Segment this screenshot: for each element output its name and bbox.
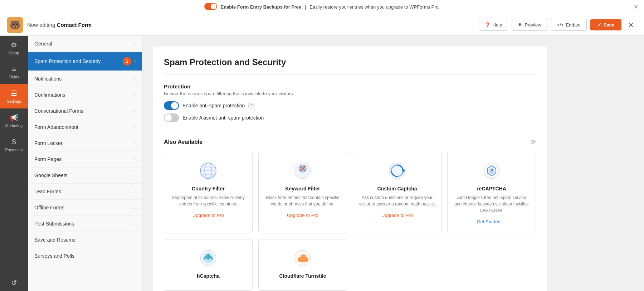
sidebar-item-payments-label: Payments [5,147,23,152]
payments-icon: $ [12,138,16,146]
recaptcha-get-started-button[interactable]: Get Started → [477,219,506,224]
nav-item-spam-protection[interactable]: Spam Protection and Security 1 › [28,52,142,71]
spam-badge: 1 [123,57,131,66]
country-filter-desc: Stop spam at its source. Allow or deny e… [170,194,247,207]
akismet-toggle[interactable] [164,113,179,122]
nav-item-form-abandonment[interactable]: Form Abandonment › [28,119,142,135]
nav-item-confirmations[interactable]: Confirmations › [28,87,142,103]
save-icon: ✓ [597,22,601,28]
recaptcha-icon [482,161,502,181]
keyword-filter-upgrade-button[interactable]: Upgrade to Pro [287,213,318,218]
anti-spam-label: Enable anti-spam protection [182,103,245,108]
nav-item-google-sheets[interactable]: Google Sheets › [28,168,142,184]
help-tooltip-icon[interactable]: ? [248,103,254,108]
page-title: Spam Protection and Security [164,57,536,75]
close-banner-button[interactable]: ✕ [634,4,638,10]
header-right: ❓ Help 👁 Preview </> Embed ✓ Save ✕ [479,19,637,31]
sidebar-item-history[interactable]: ↺ [0,273,28,291]
nav-item-post-submissions[interactable]: Post Submissions › [28,216,142,232]
setup-icon: ⚙ [11,41,17,49]
header-left: 🐻 Now editing Contact Form [7,17,92,33]
keyword-filter-desc: Block form entries that contain specific… [264,194,341,207]
keyword-filter-card: Keyword Filter Block form entries that c… [258,152,347,233]
keyword-filter-title: Keyword Filter [264,186,341,191]
sidebar-icon-bottom: ↺ [0,273,28,291]
chevron-icon: › [134,189,136,194]
embed-icon: </> [557,22,564,28]
recaptcha-card: reCAPTCHA Add Google's free anti-spam se… [447,152,536,233]
preview-icon: 👁 [518,22,522,28]
top-banner: Enable Form Entry Backups for Free | Eas… [0,0,644,14]
nav-item-surveys-and-polls[interactable]: Surveys and Polls › [28,248,142,264]
nav-item-save-and-resume[interactable]: Save and Resume › [28,232,142,248]
chevron-icon: › [134,59,136,64]
nav-item-lead-forms[interactable]: Lead Forms › [28,184,142,200]
recaptcha-title: reCAPTCHA [453,186,530,191]
chevron-icon: › [134,157,136,162]
chevron-icon: › [134,92,136,97]
sidebar-item-setup-label: Setup [9,51,19,55]
sidebar-nav: General › Spam Protection and Security 1… [28,36,142,291]
sidebar-item-marketing[interactable]: 📢 Marketing [0,108,28,133]
protection-desc: Behind-the-scenes spam filtering that's … [164,91,536,96]
nav-item-offline-forms[interactable]: Offline Forms › [28,200,142,216]
anti-spam-toggle[interactable] [164,101,179,110]
sidebar-item-payments[interactable]: $ Payments [0,133,28,157]
banner-subtext: Easily restore your entries when you upg… [309,4,440,10]
hcaptcha-title: hCaptcha [170,273,247,279]
chevron-icon: › [134,221,136,226]
settings-icon: ☰ [11,89,17,98]
keyword-filter-icon [293,161,313,181]
cloudflare-turnstile-card: Cloudflare Turnstile [258,239,347,291]
custom-captcha-desc: Ask custom questions or require your vis… [359,194,435,207]
sidebar-item-setup[interactable]: ⚙ Setup [0,36,28,60]
sidebar-icons: ⚙ Setup ≡ Fields ☰ Settings 📢 Marketing … [0,36,28,291]
akismet-label: Enable Akismet anti-spam protection [182,115,264,121]
banner-separator: | [305,4,306,10]
sidebar-item-settings[interactable]: ☰ Settings [0,84,28,108]
chevron-icon: › [134,173,136,178]
refresh-icon[interactable]: ⟳ [531,138,536,146]
header: 🐻 Now editing Contact Form ❓ Help 👁 Prev… [0,14,644,36]
custom-captcha-upgrade-button[interactable]: Upgrade to Pro [381,213,413,218]
cloudflare-turnstile-icon [293,248,313,268]
also-available-section: Also Available ⟳ [164,131,536,146]
nav-item-general[interactable]: General › [28,36,142,52]
history-icon: ↺ [11,278,17,287]
nav-item-notifications[interactable]: Notifications › [28,71,142,87]
nav-item-form-locker[interactable]: Form Locker › [28,135,142,151]
country-filter-upgrade-button[interactable]: Upgrade to Pro [192,213,224,218]
editing-label: Now editing Contact Form [27,22,92,28]
embed-button[interactable]: </> Embed [551,19,587,31]
chevron-icon: › [134,125,136,130]
custom-captcha-card: Custom Captcha Ask custom questions or r… [353,152,441,233]
fields-icon: ≡ [12,65,16,73]
sidebar-item-fields-label: Fields [9,75,19,79]
country-filter-icon [198,161,218,181]
country-filter-title: Country Filter [170,186,247,191]
akismet-toggle-row: Enable Akismet anti-spam protection [164,113,536,122]
help-icon: ❓ [485,22,491,28]
chevron-icon: › [134,237,136,242]
chevron-icon: › [134,141,136,146]
cloudflare-turnstile-title: Cloudflare Turnstile [264,273,341,279]
banner-text: Enable Form Entry Backups for Free [221,4,301,10]
nav-item-form-pages[interactable]: Form Pages › [28,151,142,168]
protection-section: Protection Behind-the-scenes spam filter… [164,83,536,122]
chevron-icon: › [134,76,136,81]
nav-item-conversational-forms[interactable]: Conversational Forms › [28,103,142,119]
preview-button[interactable]: 👁 Preview [512,19,547,31]
also-available-title: Also Available [164,139,203,145]
banner-toggle[interactable] [204,3,217,11]
help-button[interactable]: ❓ Help [479,19,508,31]
hcaptcha-card: hCaptcha [164,239,253,291]
hcaptcha-icon [198,248,218,268]
sidebar-item-settings-label: Settings [7,99,21,103]
protection-label: Protection [164,83,536,89]
save-button[interactable]: ✓ Save [590,19,621,30]
sidebar-item-fields[interactable]: ≡ Fields [0,60,28,84]
sidebar-item-marketing-label: Marketing [5,123,23,128]
main-content: Spam Protection and Security Protection … [142,36,644,291]
custom-captcha-title: Custom Captcha [359,186,435,191]
close-button[interactable]: ✕ [625,19,637,31]
